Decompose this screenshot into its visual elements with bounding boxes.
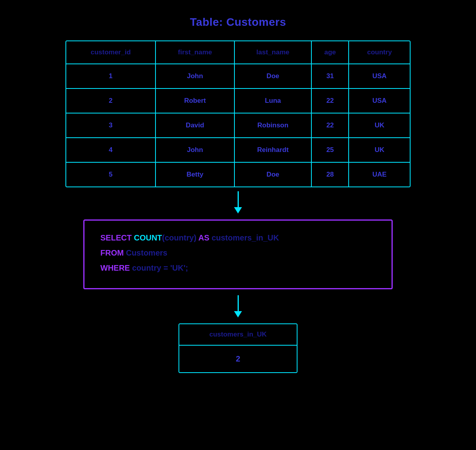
table-cell: John	[155, 138, 234, 162]
table-header-row: customer_id first_name last_name age cou…	[66, 41, 410, 64]
table-cell: 22	[311, 88, 349, 113]
page-title: Table: Customers	[190, 16, 286, 29]
table-row: 2RobertLuna22USA	[66, 88, 410, 113]
sql-line-1: SELECT COUNT(country) AS customers_in_UK	[100, 232, 376, 244]
table-cell: Luna	[234, 88, 311, 113]
arrow-down-2	[234, 295, 242, 317]
table-row: 4JohnReinhardt25UK	[66, 138, 410, 162]
customers-table: customer_id first_name last_name age cou…	[66, 41, 410, 187]
arrow-head-2	[234, 311, 242, 317]
sql-line-3: WHERE country = 'UK';	[100, 262, 376, 274]
arrow-head-1	[234, 207, 242, 213]
arrow-line-2	[238, 295, 239, 311]
table-row: 5BettyDoe28UAE	[66, 162, 410, 187]
table-cell: USA	[349, 88, 410, 113]
result-data-row: 2	[179, 345, 297, 372]
sql-alias: customers_in_UK	[211, 233, 279, 242]
result-value: 2	[179, 345, 297, 372]
sql-as-keyword: AS	[196, 233, 211, 242]
table-cell: 5	[66, 162, 155, 187]
sql-select-keyword: SELECT	[100, 233, 134, 242]
col-header-country: country	[349, 41, 410, 64]
table-body: 1JohnDoe31USA2RobertLuna22USA3DavidRobin…	[66, 64, 410, 187]
table-row: 1JohnDoe31USA	[66, 64, 410, 88]
result-table-wrapper: customers_in_UK 2	[178, 323, 298, 373]
table-cell: Robinson	[234, 113, 311, 138]
table-cell: 22	[311, 113, 349, 138]
col-header-customer-id: customer_id	[66, 41, 155, 64]
table-cell: UAE	[349, 162, 410, 187]
table-cell: Robert	[155, 88, 234, 113]
table-cell: 31	[311, 64, 349, 88]
result-header-row: customers_in_UK	[179, 324, 297, 345]
col-header-last-name: last_name	[234, 41, 311, 64]
table-cell: Betty	[155, 162, 234, 187]
table-cell: USA	[349, 64, 410, 88]
sql-line-2: FROM Customers	[100, 247, 376, 259]
table-cell: Reinhardt	[234, 138, 311, 162]
table-cell: 28	[311, 162, 349, 187]
sql-query-box: SELECT COUNT(country) AS customers_in_UK…	[83, 219, 393, 289]
arrow-down-1	[234, 191, 242, 213]
table-row: 3DavidRobinson22UK	[66, 113, 410, 138]
sql-table-name: Customers	[126, 248, 167, 257]
table-cell: 2	[66, 88, 155, 113]
customers-table-wrapper: customer_id first_name last_name age cou…	[65, 40, 411, 187]
table-cell: UK	[349, 138, 410, 162]
table-cell: David	[155, 113, 234, 138]
table-cell: 3	[66, 113, 155, 138]
result-col-header: customers_in_UK	[179, 324, 297, 345]
sql-from-keyword: FROM	[100, 248, 126, 257]
table-cell: Doe	[234, 162, 311, 187]
table-cell: UK	[349, 113, 410, 138]
sql-where-keyword: WHERE	[100, 263, 132, 272]
table-cell: John	[155, 64, 234, 88]
table-cell: Doe	[234, 64, 311, 88]
page-container: Table: Customers customer_id first_name …	[40, 16, 436, 375]
table-cell: 4	[66, 138, 155, 162]
sql-where-condition: country = 'UK';	[132, 263, 188, 272]
sql-count-function: COUNT	[134, 233, 162, 242]
arrow-line-1	[238, 191, 239, 207]
table-cell: 25	[311, 138, 349, 162]
sql-count-arg: country	[165, 233, 194, 242]
result-table: customers_in_UK 2	[179, 324, 297, 372]
col-header-first-name: first_name	[155, 41, 234, 64]
col-header-age: age	[311, 41, 349, 64]
table-cell: 1	[66, 64, 155, 88]
